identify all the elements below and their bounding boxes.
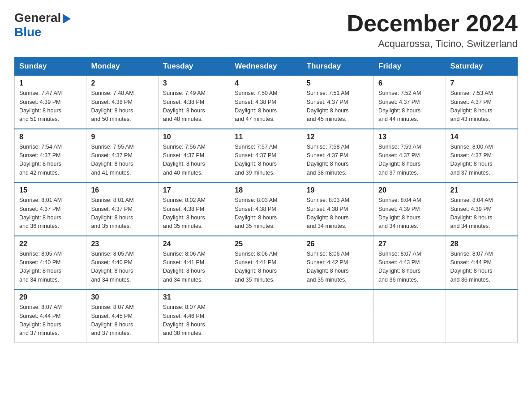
day-cell-6: 6 Sunrise: 7:52 AM Sunset: 4:37 PM Dayli… (374, 76, 446, 129)
day-info: Sunrise: 7:54 AM Sunset: 4:37 PM Dayligh… (19, 143, 82, 178)
day-cell-15: 15 Sunrise: 8:01 AM Sunset: 4:37 PM Dayl… (15, 182, 86, 236)
day-number: 11 (235, 133, 297, 141)
day-cell-23: 23 Sunrise: 8:05 AM Sunset: 4:40 PM Dayl… (86, 236, 158, 290)
title-section: December 2024 Acquarossa, Ticino, Switze… (347, 11, 518, 50)
day-number: 1 (19, 79, 82, 87)
day-number: 27 (378, 240, 441, 248)
day-info: Sunrise: 8:07 AM Sunset: 4:43 PM Dayligh… (378, 250, 441, 285)
logo-general-text: General (14, 11, 61, 25)
day-info: Sunrise: 8:01 AM Sunset: 4:37 PM Dayligh… (19, 196, 82, 231)
day-number: 4 (235, 79, 297, 87)
day-info: Sunrise: 8:06 AM Sunset: 4:41 PM Dayligh… (163, 250, 225, 285)
day-info: Sunrise: 8:07 AM Sunset: 4:44 PM Dayligh… (19, 303, 82, 338)
day-info: Sunrise: 8:07 AM Sunset: 4:44 PM Dayligh… (450, 250, 513, 285)
day-cell-19: 19 Sunrise: 8:03 AM Sunset: 4:38 PM Dayl… (302, 182, 373, 236)
header-monday: Monday (86, 57, 158, 76)
day-number: 16 (91, 186, 153, 194)
day-info: Sunrise: 8:04 AM Sunset: 4:39 PM Dayligh… (450, 196, 513, 231)
day-cell-2: 2 Sunrise: 7:48 AM Sunset: 4:38 PM Dayli… (86, 76, 158, 129)
day-cell-1: 1 Sunrise: 7:47 AM Sunset: 4:39 PM Dayli… (15, 76, 86, 129)
day-cell-29: 29 Sunrise: 8:07 AM Sunset: 4:44 PM Dayl… (15, 289, 86, 342)
day-info: Sunrise: 8:06 AM Sunset: 4:42 PM Dayligh… (307, 250, 369, 285)
empty-cell-w4-d5 (374, 289, 446, 342)
week-row-4: 22 Sunrise: 8:05 AM Sunset: 4:40 PM Dayl… (15, 236, 518, 290)
header-friday: Friday (374, 57, 446, 76)
day-number: 9 (91, 133, 153, 141)
day-info: Sunrise: 7:59 AM Sunset: 4:37 PM Dayligh… (378, 143, 441, 178)
day-number: 6 (378, 79, 441, 87)
week-row-5: 29 Sunrise: 8:07 AM Sunset: 4:44 PM Dayl… (15, 289, 518, 342)
logo: General Blue (14, 11, 71, 39)
day-info: Sunrise: 8:05 AM Sunset: 4:40 PM Dayligh… (91, 250, 153, 285)
day-cell-25: 25 Sunrise: 8:06 AM Sunset: 4:41 PM Dayl… (230, 236, 302, 290)
day-info: Sunrise: 7:58 AM Sunset: 4:37 PM Dayligh… (307, 143, 369, 178)
day-cell-18: 18 Sunrise: 8:03 AM Sunset: 4:38 PM Dayl… (230, 182, 302, 236)
day-cell-30: 30 Sunrise: 8:07 AM Sunset: 4:45 PM Dayl… (86, 289, 158, 342)
month-title: December 2024 (347, 11, 518, 36)
day-info: Sunrise: 8:06 AM Sunset: 4:41 PM Dayligh… (235, 250, 297, 285)
day-number: 25 (235, 240, 297, 248)
day-number: 3 (163, 79, 225, 87)
day-cell-20: 20 Sunrise: 8:04 AM Sunset: 4:39 PM Dayl… (374, 182, 446, 236)
day-info: Sunrise: 7:57 AM Sunset: 4:37 PM Dayligh… (235, 143, 297, 178)
header-tuesday: Tuesday (158, 57, 230, 76)
day-info: Sunrise: 8:05 AM Sunset: 4:40 PM Dayligh… (19, 250, 82, 285)
empty-cell-w4-d6 (446, 289, 517, 342)
day-number: 7 (450, 79, 513, 87)
day-info: Sunrise: 7:52 AM Sunset: 4:37 PM Dayligh… (378, 89, 441, 124)
day-info: Sunrise: 7:55 AM Sunset: 4:37 PM Dayligh… (91, 143, 153, 178)
header-thursday: Thursday (302, 57, 373, 76)
day-number: 31 (163, 293, 225, 301)
day-number: 30 (91, 293, 153, 301)
page-header: General Blue December 2024 Acquarossa, T… (14, 11, 518, 50)
day-cell-10: 10 Sunrise: 7:56 AM Sunset: 4:37 PM Dayl… (158, 129, 230, 183)
day-info: Sunrise: 7:47 AM Sunset: 4:39 PM Dayligh… (19, 89, 82, 124)
day-number: 8 (19, 133, 82, 141)
day-info: Sunrise: 7:48 AM Sunset: 4:38 PM Dayligh… (91, 89, 153, 124)
day-number: 5 (307, 79, 369, 87)
calendar-header-row: Sunday Monday Tuesday Wednesday Thursday… (15, 57, 518, 76)
day-number: 15 (19, 186, 82, 194)
day-number: 21 (450, 186, 513, 194)
day-number: 14 (450, 133, 513, 141)
day-cell-24: 24 Sunrise: 8:06 AM Sunset: 4:41 PM Dayl… (158, 236, 230, 290)
day-info: Sunrise: 7:49 AM Sunset: 4:38 PM Dayligh… (163, 89, 225, 124)
header-wednesday: Wednesday (230, 57, 302, 76)
day-cell-8: 8 Sunrise: 7:54 AM Sunset: 4:37 PM Dayli… (15, 129, 86, 183)
day-number: 12 (307, 133, 369, 141)
day-cell-13: 13 Sunrise: 7:59 AM Sunset: 4:37 PM Dayl… (374, 129, 446, 183)
week-row-2: 8 Sunrise: 7:54 AM Sunset: 4:37 PM Dayli… (15, 129, 518, 183)
day-cell-31: 31 Sunrise: 8:07 AM Sunset: 4:46 PM Dayl… (158, 289, 230, 342)
logo-blue-text: Blue (14, 25, 42, 39)
empty-cell-w4-d4 (302, 289, 373, 342)
week-row-3: 15 Sunrise: 8:01 AM Sunset: 4:37 PM Dayl… (15, 182, 518, 236)
day-info: Sunrise: 7:51 AM Sunset: 4:37 PM Dayligh… (307, 89, 369, 124)
day-cell-16: 16 Sunrise: 8:01 AM Sunset: 4:37 PM Dayl… (86, 182, 158, 236)
week-row-1: 1 Sunrise: 7:47 AM Sunset: 4:39 PM Dayli… (15, 76, 518, 129)
day-number: 22 (19, 240, 82, 248)
day-info: Sunrise: 8:03 AM Sunset: 4:38 PM Dayligh… (307, 196, 369, 231)
day-cell-14: 14 Sunrise: 8:00 AM Sunset: 4:37 PM Dayl… (446, 129, 517, 183)
day-cell-5: 5 Sunrise: 7:51 AM Sunset: 4:37 PM Dayli… (302, 76, 373, 129)
day-cell-11: 11 Sunrise: 7:57 AM Sunset: 4:37 PM Dayl… (230, 129, 302, 183)
day-number: 20 (378, 186, 441, 194)
logo-arrow-icon (63, 14, 71, 24)
location: Acquarossa, Ticino, Switzerland (347, 38, 518, 50)
day-number: 13 (378, 133, 441, 141)
day-info: Sunrise: 7:50 AM Sunset: 4:38 PM Dayligh… (235, 89, 297, 124)
day-info: Sunrise: 7:56 AM Sunset: 4:37 PM Dayligh… (163, 143, 225, 178)
day-cell-21: 21 Sunrise: 8:04 AM Sunset: 4:39 PM Dayl… (446, 182, 517, 236)
day-cell-3: 3 Sunrise: 7:49 AM Sunset: 4:38 PM Dayli… (158, 76, 230, 129)
day-number: 24 (163, 240, 225, 248)
day-info: Sunrise: 8:01 AM Sunset: 4:37 PM Dayligh… (91, 196, 153, 231)
day-cell-26: 26 Sunrise: 8:06 AM Sunset: 4:42 PM Dayl… (302, 236, 373, 290)
day-number: 28 (450, 240, 513, 248)
day-info: Sunrise: 8:03 AM Sunset: 4:38 PM Dayligh… (235, 196, 297, 231)
header-saturday: Saturday (446, 57, 517, 76)
day-cell-12: 12 Sunrise: 7:58 AM Sunset: 4:37 PM Dayl… (302, 129, 373, 183)
day-cell-27: 27 Sunrise: 8:07 AM Sunset: 4:43 PM Dayl… (374, 236, 446, 290)
header-sunday: Sunday (15, 57, 86, 76)
day-info: Sunrise: 8:07 AM Sunset: 4:45 PM Dayligh… (91, 303, 153, 338)
day-info: Sunrise: 8:04 AM Sunset: 4:39 PM Dayligh… (378, 196, 441, 231)
day-cell-22: 22 Sunrise: 8:05 AM Sunset: 4:40 PM Dayl… (15, 236, 86, 290)
